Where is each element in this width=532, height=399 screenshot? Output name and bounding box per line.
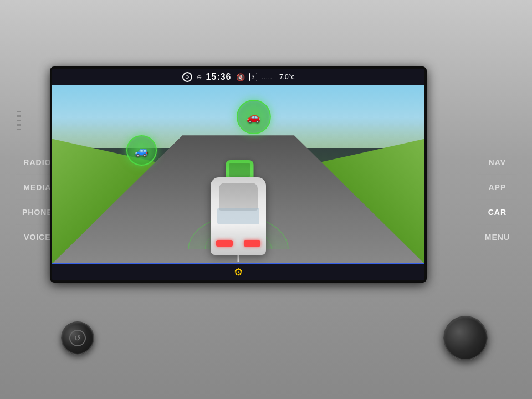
main-screen-bezel: ⊙ ⊕ 15:36 🔇 3 ..... 7.0°c [50,66,427,283]
taillight-left [216,240,233,247]
ego-vehicle-body [211,177,266,255]
sidebar-item-car[interactable]: CAR [478,200,516,225]
clock-display: 15:36 [206,72,232,82]
right-menu: NAV APP CAR MENU [478,150,516,249]
location-icon: ⊕ [197,74,202,81]
ego-vehicle-roof [219,183,258,211]
status-bar: ⊙ ⊕ 15:36 🔇 3 ..... 7.0°c [52,69,424,85]
main-screen: ⊙ ⊕ 15:36 🔇 3 ..... 7.0°c [52,69,424,280]
navigation-icon: ⊙ [182,72,192,82]
right-volume-knob[interactable] [443,316,488,360]
road-scene: 🚗 🚙 [52,85,424,264]
settings-icon[interactable]: ⚙ [234,266,243,278]
ego-vehicle-taillights [216,240,260,247]
bottom-bar: ⚙ [52,264,424,280]
acc-car-icon: 🚗 [247,110,260,124]
ego-vehicle [211,177,266,255]
temperature-display: 7.0°c [279,73,294,81]
vent-decoration [17,111,21,155]
battery-indicator: 3 [249,73,257,81]
left-control-knob[interactable]: ↺ [61,321,94,355]
sidebar-item-menu[interactable]: MENU [478,225,516,249]
acc-indicator-top: 🚗 [237,100,271,134]
sidebar-item-nav[interactable]: NAV [478,150,516,175]
mute-icon: 🔇 [236,73,245,81]
signal-strength: ..... [262,74,273,80]
sidebar-item-app[interactable]: APP [478,175,516,200]
car-infotainment-unit: RADIO MEDIA PHONE VOICE ⊙ ⊕ 15:36 🔇 3 ..… [0,0,532,399]
knob-center-button[interactable]: ↺ [69,330,86,346]
taillight-right [244,240,260,247]
detection-car-icon: 🚙 [135,144,149,157]
